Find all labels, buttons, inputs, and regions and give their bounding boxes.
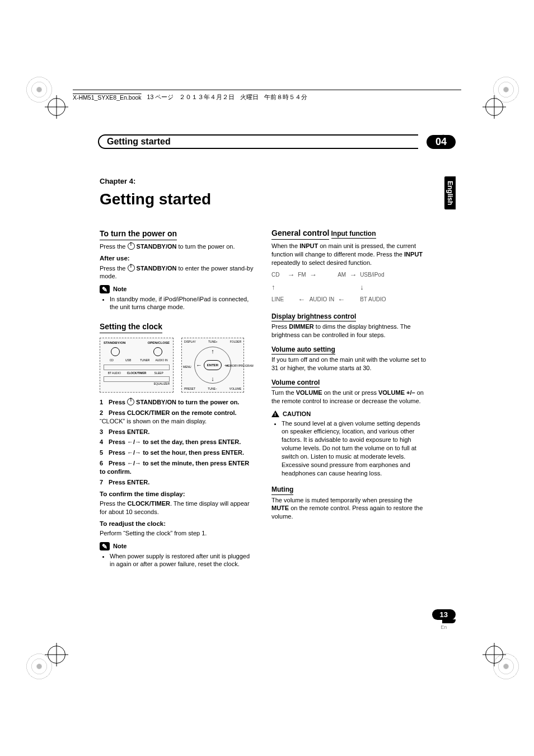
right-column: General control Input function When the … (271, 176, 428, 571)
warning-icon (271, 410, 279, 417)
arrow-left-icon: ← (298, 295, 306, 305)
arrow-right-icon: → (349, 270, 357, 280)
header-time: 午前８時５４分 (264, 94, 307, 101)
register-mark (48, 646, 65, 664)
heading-setting-clock: Setting the clock (100, 321, 162, 333)
arrow-right-icon: → (310, 270, 334, 280)
volume-control-text: Turn the VOLUME on the unit or press VOL… (271, 389, 428, 405)
left-column: Chapter 4: Getting started To turn the p… (100, 176, 256, 571)
power-on-text: Press the STANDBY/ON to turn the power o… (100, 242, 256, 251)
chapter-kicker: Chapter 4: (100, 176, 256, 186)
input-cycle-diagram: CD→ FM→ AM→ USB/iPod ↑ ↓ LINE ← AUDIO IN… (271, 270, 428, 304)
down-arrow-icon: ↓ (211, 375, 214, 383)
confirm-time-text: Press the CLOCK/TIMER. The time display … (100, 500, 256, 516)
section-number: 04 (427, 135, 456, 149)
note-label: ✎Note (100, 542, 127, 550)
language-tab: English (444, 176, 456, 209)
register-mark (48, 98, 65, 116)
power-icon (127, 398, 134, 405)
heading-power-on: To turn the power on (100, 228, 177, 240)
heading-general-control: General control (271, 228, 329, 240)
heading-after-use: After use: (100, 254, 256, 263)
heading-input-function: Input function (331, 229, 376, 239)
power-icon (128, 242, 135, 250)
clock-steps: 1Press STANDBY/ON to turn the power on. … (100, 398, 256, 487)
page-number: 13 En (432, 609, 456, 630)
header-date: ２０１３年４月２日 (179, 94, 235, 101)
header-page: 13 ページ (147, 94, 174, 101)
arrow-right-icon: → (287, 270, 294, 280)
arrow-left-icon: ← (338, 295, 346, 305)
heading-confirm-time: To confirm the time display: (100, 490, 256, 499)
header-day: 火曜日 (240, 94, 259, 101)
after-use-text: Press the STANDBY/ON to enter the power … (100, 264, 256, 281)
muting-text: The volume is muted temporarily when pre… (271, 496, 428, 521)
note-icon: ✎ (100, 285, 110, 293)
header-file: X-HM51_SYXE8_En.book (73, 94, 142, 101)
remote-diagram-top: STANDBY/ON OPEN/CLOSE CD USB TUNER AUDIO… (100, 338, 174, 393)
register-mark (485, 646, 503, 664)
volume-auto-text: If you turn off and on the main unit wit… (271, 356, 428, 372)
remote-illustrations: STANDBY/ON OPEN/CLOSE CD USB TUNER AUDIO… (100, 338, 256, 393)
input-function-text: When the INPUT on main unit is pressed, … (271, 242, 428, 267)
register-mark (485, 98, 503, 116)
heading-muting: Muting (271, 485, 293, 494)
left-arrow-icon: ← (196, 361, 202, 370)
enter-button: ENTER (204, 360, 222, 370)
caution-label: CAUTION (271, 410, 428, 418)
remote-diagram-nav: DISPLAY TUNE+ FOLDER ENTER ← → ↑ ↓ MENU … (181, 338, 244, 393)
power-icon (128, 264, 135, 272)
standby-button-icon (111, 347, 120, 356)
heading-volume-auto: Volume auto setting (271, 345, 335, 354)
arrow-down-icon: ↓ (360, 282, 386, 292)
section-title: Getting started (98, 134, 449, 149)
note-text: In standby mode, if iPod/iPhone/iPad is … (110, 295, 256, 312)
chapter-title: Getting started (100, 189, 256, 210)
note-icon: ✎ (100, 542, 110, 550)
up-arrow-icon: ↑ (211, 347, 214, 356)
brightness-text: Press DIMMER to dims the display brightn… (271, 323, 428, 339)
heading-readjust: To readjust the clock: (100, 520, 256, 529)
note-label: ✎Note (100, 285, 127, 293)
print-header: X-HM51_SYXE8_En.book 13 ページ ２０１３年４月２日 火曜… (73, 90, 461, 101)
note-text: When power supply is restored after unit… (110, 552, 256, 569)
eject-button-icon (153, 347, 162, 356)
heading-volume-control: Volume control (271, 378, 320, 388)
caution-text: The sound level at a given volume settin… (282, 419, 428, 478)
heading-brightness: Display brightness control (271, 312, 356, 321)
readjust-text: Perform “Setting the clock” from step 1. (100, 529, 256, 538)
arrow-up-icon: ↑ (271, 282, 284, 292)
